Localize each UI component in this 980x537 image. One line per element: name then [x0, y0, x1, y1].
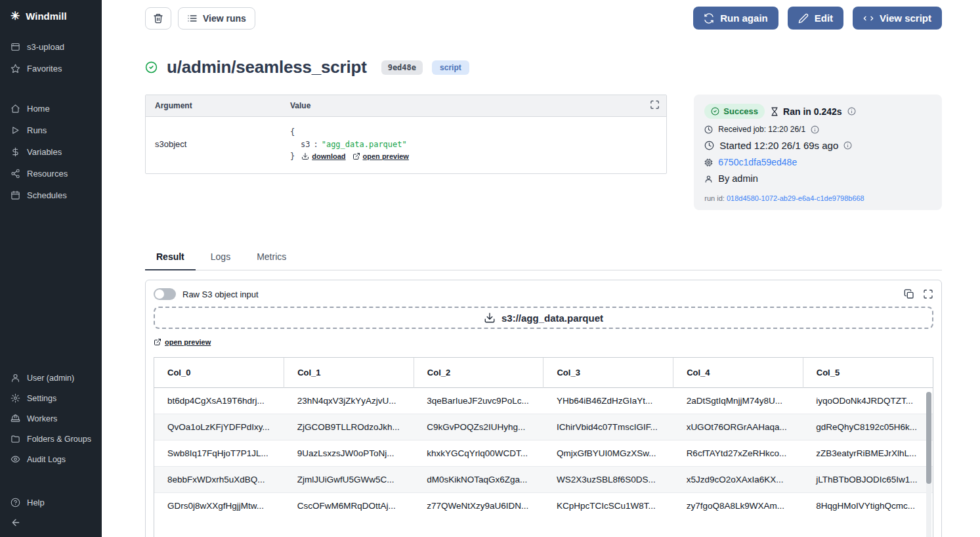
- json-open-brace: {: [290, 126, 409, 139]
- pencil-icon: [798, 13, 809, 24]
- table-cell: 8HqgHMoIVYtighQcmc...: [803, 493, 933, 519]
- download-icon: [301, 152, 309, 160]
- run-id-line: run id: 018d4580-1072-ab29-e6a4-c1de9798…: [704, 194, 931, 202]
- info-icon[interactable]: [847, 107, 856, 116]
- run-again-label: Run again: [720, 12, 768, 24]
- table-cell: QvOa1oLzKFjYDFPdIxy...: [154, 414, 284, 440]
- json-close-brace: }: [290, 150, 295, 163]
- run-again-button[interactable]: Run again: [693, 7, 778, 30]
- s3-file-download-button[interactable]: s3://agg_data.parquet: [154, 307, 933, 329]
- column-header: Col_5: [803, 358, 933, 388]
- clock-icon: [704, 125, 713, 134]
- info-row: Argument Value s3object { s3:"agg_data.p…: [145, 95, 942, 210]
- eye-icon: [11, 454, 20, 464]
- star-icon: [11, 64, 20, 74]
- started-text: Started 12:20 26/1 69s ago: [719, 140, 838, 151]
- sidebar-main-nav: Home Runs Variables Resources Schedules: [0, 98, 102, 206]
- table-cell: R6cfTAYtd27xZeRHkco...: [673, 440, 803, 467]
- table-cell: IChirVbid4c07TmscIGIF...: [543, 414, 673, 440]
- arrow-left-icon: [11, 517, 21, 528]
- argument-name: s3object: [155, 139, 290, 149]
- page-title: u/admin/seamless_script: [167, 57, 367, 77]
- edit-label: Edit: [815, 12, 833, 24]
- sidebar-item-favorites[interactable]: Favorites: [0, 58, 102, 79]
- table-cell: YHb64iB46ZdHzGIaYt...: [543, 388, 673, 414]
- toolbar: View runs Run again Edit View script: [145, 7, 942, 30]
- table-cell: GDrs0j8wXXgfHgjjMtw...: [154, 493, 284, 519]
- sidebar-item-workers[interactable]: Workers: [0, 408, 102, 429]
- table-cell: C9kGvPOQZs2IUHyhg...: [414, 414, 543, 440]
- hard-hat-icon: [11, 414, 20, 423]
- view-runs-button[interactable]: View runs: [178, 7, 255, 30]
- sidebar-item-runs[interactable]: Runs: [0, 119, 102, 141]
- view-runs-label: View runs: [203, 13, 246, 24]
- sidebar-item-label: Runs: [27, 125, 47, 135]
- tab-metrics[interactable]: Metrics: [245, 246, 297, 270]
- sidebar-item-s3-upload[interactable]: s3-upload: [0, 36, 102, 58]
- status-badge: Success: [704, 104, 765, 119]
- sidebar-item-home[interactable]: Home: [0, 98, 102, 119]
- column-header: Col_0: [154, 358, 284, 388]
- sidebar-item-user[interactable]: User (admin): [0, 368, 102, 388]
- column-header: Col_3: [543, 358, 673, 388]
- raw-s3-toggle[interactable]: [154, 288, 176, 300]
- sidebar-item-variables[interactable]: Variables: [0, 141, 102, 163]
- sidebar-item-resources[interactable]: Resources: [0, 163, 102, 184]
- sidebar-item-label: Home: [27, 104, 50, 114]
- json-colon: :: [313, 140, 318, 149]
- sidebar-item-help[interactable]: Help: [0, 492, 102, 513]
- table-scrollbar-thumb[interactable]: [926, 392, 931, 484]
- view-script-button[interactable]: View script: [853, 7, 942, 30]
- result-data-table: Col_0 Col_1 Col_2 Col_3 Col_4 Col_5 bt6d…: [154, 357, 933, 537]
- tab-result[interactable]: Result: [145, 246, 196, 270]
- info-icon[interactable]: [843, 141, 852, 150]
- run-duration: Ran in 0.242s: [770, 106, 842, 117]
- download-link[interactable]: download: [301, 151, 345, 162]
- calendar-icon: [11, 190, 20, 200]
- worker-id-link[interactable]: 6750c1dfa59ed48e: [718, 157, 797, 167]
- edit-button[interactable]: Edit: [788, 7, 843, 30]
- sidebar-collapse[interactable]: [0, 513, 102, 537]
- windmill-logo-icon: ✳: [11, 9, 20, 23]
- sidebar-item-label: Favorites: [27, 64, 62, 74]
- received-job-text: Received job: 12:20 26/1: [718, 125, 805, 134]
- sidebar-item-schedules[interactable]: Schedules: [0, 184, 102, 206]
- view-script-label: View script: [880, 12, 931, 24]
- clipboard-copy-icon[interactable]: [904, 289, 914, 299]
- table-cell: 2aDtSgtIqMnjjM74y8U...: [673, 388, 803, 414]
- sidebar-footer-nav: User (admin) Settings Workers Folders & …: [0, 368, 102, 469]
- table-cell: khxkYGCqYrlq00WCDT...: [414, 440, 543, 467]
- check-circle-icon: [711, 107, 719, 116]
- folder-icon: [11, 434, 20, 444]
- json-key: s3: [301, 140, 310, 149]
- sidebar-item-label: Variables: [27, 147, 62, 157]
- open-preview-link[interactable]: open preview: [352, 151, 409, 162]
- result-tabs: Result Logs Metrics: [145, 246, 942, 270]
- open-preview-link[interactable]: open preview: [154, 338, 211, 346]
- run-author: By admin: [718, 173, 757, 184]
- run-status-card: Success Ran in 0.242s Received job: 12:2…: [694, 95, 942, 210]
- expand-icon[interactable]: [923, 289, 933, 299]
- table-cell: 8ebbFxWDxrh5uXdBQ...: [154, 467, 284, 493]
- sidebar-item-audit-logs[interactable]: Audit Logs: [0, 449, 102, 469]
- expand-icon[interactable]: [650, 100, 660, 110]
- argument-value-json: { s3:"agg_data.parquet" } download open …: [290, 126, 409, 163]
- hash-badge: 9ed48e: [381, 60, 423, 75]
- info-icon[interactable]: [811, 125, 819, 134]
- sidebar-item-label: User (admin): [27, 374, 74, 383]
- value-column-header: Value: [290, 101, 310, 110]
- share-nodes-icon: [11, 169, 20, 179]
- hourglass-icon: [770, 107, 779, 116]
- script-type-badge: script: [432, 60, 469, 75]
- run-id-link[interactable]: 018d4580-1072-ab29-e6a4-c1de9798b668: [727, 194, 864, 202]
- sidebar-item-settings[interactable]: Settings: [0, 388, 102, 408]
- download-icon: [484, 312, 496, 324]
- refresh-icon: [704, 13, 714, 24]
- tab-logs[interactable]: Logs: [200, 246, 242, 270]
- brand[interactable]: ✳ Windmill: [0, 0, 102, 30]
- clock-icon: [704, 140, 714, 150]
- check-circle-icon: [145, 61, 158, 74]
- sidebar-item-folders-groups[interactable]: Folders & Groups: [0, 429, 102, 449]
- delete-button[interactable]: [145, 7, 171, 30]
- raw-toggle-label: Raw S3 object input: [182, 290, 259, 299]
